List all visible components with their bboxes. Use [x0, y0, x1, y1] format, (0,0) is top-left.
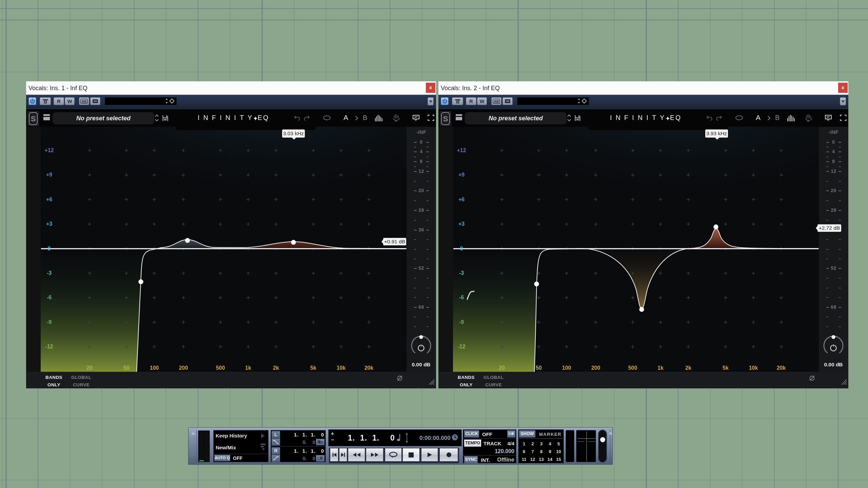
svg-text:EQ: EQ — [258, 114, 269, 121]
svg-text:50: 50 — [536, 365, 542, 371]
svg-text:+3: +3 — [46, 221, 52, 227]
svg-text:-12: -12 — [45, 344, 53, 349]
svg-text:2k: 2k — [685, 365, 691, 371]
svg-text:20: 20 — [86, 365, 93, 371]
svg-text:20k: 20k — [777, 365, 786, 371]
svg-text:-12: -12 — [457, 344, 465, 349]
svg-text:-3: -3 — [47, 270, 52, 276]
svg-text:100: 100 — [150, 365, 159, 371]
svg-text:20k: 20k — [364, 365, 374, 371]
svg-text:+12: +12 — [44, 147, 54, 153]
svg-text:100: 100 — [562, 365, 571, 371]
svg-text:1k: 1k — [657, 365, 664, 371]
svg-text:+6: +6 — [458, 197, 465, 202]
svg-text:0: 0 — [460, 246, 463, 251]
svg-text:-6: -6 — [47, 294, 52, 300]
svg-text:EQ: EQ — [670, 114, 682, 121]
svg-text:INFINITY: INFINITY — [198, 114, 256, 121]
svg-text:1k: 1k — [245, 365, 251, 371]
svg-text:S: S — [31, 115, 36, 123]
svg-text:-6: -6 — [459, 294, 464, 300]
svg-text:S: S — [443, 115, 448, 123]
svg-text:AB: AB — [494, 100, 499, 103]
svg-text:20: 20 — [499, 365, 505, 371]
svg-text:500: 500 — [216, 365, 225, 371]
svg-text:5k: 5k — [723, 365, 729, 371]
svg-text:+6: +6 — [46, 197, 52, 202]
svg-text:10k: 10k — [337, 365, 346, 371]
svg-text:-9: -9 — [459, 319, 464, 325]
svg-text:+9: +9 — [458, 172, 465, 178]
svg-text:200: 200 — [179, 365, 188, 371]
svg-text:500: 500 — [628, 365, 637, 371]
svg-text:+3: +3 — [458, 221, 465, 227]
svg-text:5k: 5k — [310, 365, 316, 371]
svg-text:-3: -3 — [459, 270, 464, 276]
svg-text:50: 50 — [123, 365, 130, 371]
svg-text:2k: 2k — [273, 365, 279, 371]
svg-text:+9: +9 — [46, 172, 52, 178]
svg-text:+12: +12 — [457, 147, 466, 153]
svg-text:200: 200 — [591, 365, 600, 371]
svg-text:0: 0 — [48, 246, 51, 251]
svg-text:-9: -9 — [47, 319, 52, 325]
svg-text:10k: 10k — [749, 365, 758, 371]
svg-text:0.00 dB: 0.00 dB — [412, 362, 430, 367]
svg-text:AB: AB — [82, 100, 86, 103]
svg-text:INFINITY: INFINITY — [610, 114, 668, 121]
svg-text:0.00 dB: 0.00 dB — [824, 362, 843, 367]
